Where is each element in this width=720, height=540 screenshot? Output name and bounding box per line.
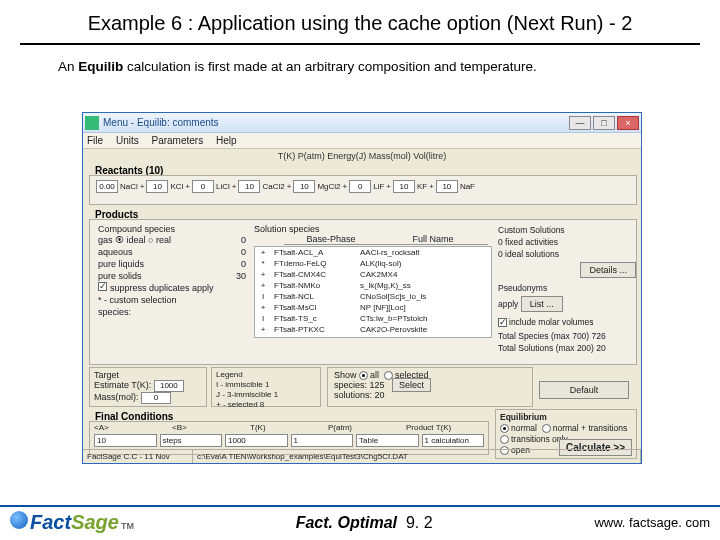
amt-1[interactable]: 10 [146, 180, 168, 193]
sp-6: KF [417, 182, 427, 191]
show-species-n: 125 [370, 380, 385, 390]
fc-prod: Product T(K) [406, 423, 484, 432]
comp-aq-n: 0 [241, 246, 246, 258]
menu-parameters[interactable]: Parameters [151, 135, 203, 146]
plus-3: + [287, 182, 292, 191]
fc-table[interactable]: Table [356, 434, 419, 447]
comp-liq[interactable]: pure liquids [98, 258, 144, 270]
custom-sel: * - custom selection [98, 294, 177, 306]
sr4m[interactable]: I [255, 291, 271, 302]
show-solutions-n: 20 [375, 390, 385, 400]
minimize-button[interactable]: — [569, 116, 591, 130]
intro-text: An Equilib calculation is first made at … [0, 45, 720, 80]
legend-l3: + - selected 8 [216, 400, 316, 410]
logo-fact: Fact [30, 511, 71, 534]
comp-gas[interactable]: gas ⦿ ideal ○ real [98, 234, 171, 246]
sr7m[interactable]: + [255, 324, 271, 335]
col-base: Base-Phase [284, 234, 378, 245]
show-all: all [370, 370, 379, 380]
compound-title: Compound species [94, 224, 250, 234]
details-button[interactable]: Details ... [580, 262, 636, 278]
status-bar: FactSage C.C - 11 Nov c:\Eva\A TIEN\Work… [83, 449, 641, 463]
maximize-button[interactable]: □ [593, 116, 615, 130]
sr0m[interactable]: + [255, 247, 271, 258]
sp-0: NaCl [120, 182, 138, 191]
cust-l1: 0 fixed activities [498, 236, 636, 248]
fc-b-val[interactable]: steps [160, 434, 223, 447]
intro-pre: An [58, 59, 78, 74]
amt-6[interactable]: 10 [393, 180, 415, 193]
legend-group: Legend I - immiscible 1 J - 3-immiscible… [211, 367, 321, 407]
comp-sol-n: 30 [236, 270, 246, 282]
eq-title: Equilibrium [500, 412, 632, 423]
plus-0: + [140, 182, 145, 191]
logo-tm: TM [119, 521, 134, 531]
sr1m[interactable]: * [255, 258, 271, 269]
sr5m[interactable]: + [255, 302, 271, 313]
comp-aq[interactable]: aqueous [98, 246, 133, 258]
default-button[interactable]: Default [539, 381, 629, 399]
cust-title: Custom Solutions [498, 224, 636, 236]
sr2m[interactable]: + [255, 269, 271, 280]
est-t-field[interactable]: 1000 [154, 380, 184, 392]
plus-6: + [429, 182, 434, 191]
status-left: FactSage C.C - 11 Nov [83, 450, 193, 463]
soln-title: Solution species [254, 224, 492, 234]
menu-units[interactable]: Units [116, 135, 139, 146]
plus-4: + [343, 182, 348, 191]
solution-list[interactable]: +FTsalt-ACL_AAACl-rs_rocksalt *FTdemo-Fe… [254, 246, 492, 338]
intro-bold: Equilib [78, 59, 123, 74]
menubar: File Units Parameters Help [83, 133, 641, 149]
amt-7[interactable]: 10 [436, 180, 458, 193]
radio-norma[interactable] [542, 424, 551, 433]
fc-t: T(K) [250, 423, 328, 432]
fc-calc: 1 calculation [422, 434, 485, 447]
target-title: Target [94, 370, 202, 380]
sp-3: CaCl2 [262, 182, 284, 191]
show-title: Show [334, 370, 357, 380]
select-button[interactable]: Select [392, 378, 431, 392]
sr1b: FTdemo-FeLQ [271, 258, 357, 269]
fc-t-val[interactable]: 1000 [225, 434, 288, 447]
app-icon [85, 116, 99, 130]
chk-suppress[interactable] [98, 282, 107, 291]
tds-label: Total Species (max 700) [498, 331, 589, 341]
menu-help[interactable]: Help [216, 135, 237, 146]
show-species-label: species: [334, 380, 367, 390]
units-bar: T(K) P(atm) Energy(J) Mass(mol) Vol(litr… [83, 149, 641, 162]
eq-norma: normal + transitions [553, 423, 627, 433]
fc-p-val[interactable]: 1 [291, 434, 354, 447]
sr7b: FTsalt-PTKXC [271, 324, 357, 335]
amt-5[interactable]: 0 [349, 180, 371, 193]
legend-l2: J - 3-immiscible 1 [216, 390, 316, 400]
fc-a: <A> [94, 423, 172, 432]
sr6m[interactable]: I [255, 313, 271, 324]
amt-0[interactable]: 0.00 [96, 180, 118, 193]
sr6f: CTs:lw_b=PTstoich [357, 313, 491, 324]
legend-l1: I - immiscible 1 [216, 380, 316, 390]
amt-4[interactable]: 10 [293, 180, 315, 193]
tdp-label: Total Solutions (max 200) [498, 343, 594, 353]
radio-all[interactable] [359, 371, 368, 380]
sr4f: CNoSol[Sc]s_lo_ls [357, 291, 491, 302]
radio-normal[interactable] [500, 424, 509, 433]
mass-field[interactable]: 0 [141, 392, 171, 404]
window-title: Menu - Equilib: comments [103, 117, 567, 128]
radio-trans[interactable] [500, 435, 509, 444]
sr3m[interactable]: + [255, 280, 271, 291]
menu-file[interactable]: File [87, 135, 103, 146]
chk-molar[interactable] [498, 318, 507, 327]
est-t-label: Estimate T(K): [94, 380, 151, 390]
list-button[interactable]: List ... [521, 296, 563, 312]
amt-3[interactable]: 10 [238, 180, 260, 193]
close-button[interactable]: × [617, 116, 639, 130]
logo-sage: Sage [71, 511, 119, 534]
col-full: Full Name [378, 234, 488, 245]
sr4b: FTsalt-NCL [271, 291, 357, 302]
amt-2[interactable]: 0 [192, 180, 214, 193]
sr1f: ALK(liq-sol) [357, 258, 491, 269]
globe-icon [10, 511, 28, 529]
fc-a-val[interactable]: 10 [94, 434, 157, 447]
eq-normal: normal [511, 423, 537, 433]
slide-title: Example 6 : Application using the cache … [0, 0, 720, 39]
